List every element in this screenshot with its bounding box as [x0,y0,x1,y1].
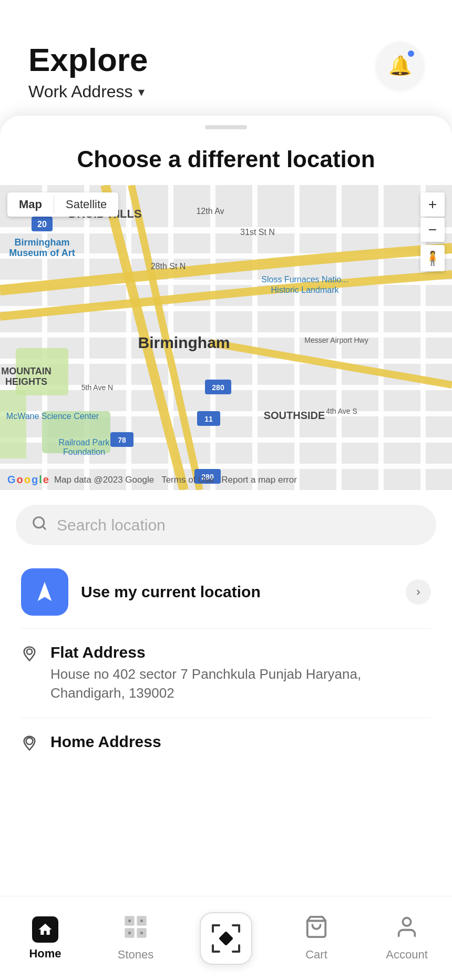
svg-line-53 [43,526,45,529]
svg-rect-10 [0,464,452,469]
svg-text:28th St N: 28th St N [151,262,186,271]
svg-rect-1 [0,227,452,233]
nav-item-home[interactable]: Home [0,911,90,966]
zoom-out-button[interactable]: − [420,218,445,242]
home-address-item[interactable]: Home Address [0,718,452,773]
svg-text:HEIGHTS: HEIGHTS [5,376,47,387]
home-icon [32,916,58,943]
flat-address-title: Flat Address [50,644,431,661]
sheet-title: Choose a different location [0,129,452,185]
svg-rect-17 [294,185,300,490]
current-location-label: Use my current location [81,583,393,601]
pin-icon-flat [21,646,38,669]
header-left: Explore Work Address ▾ [28,42,148,101]
map-report-link[interactable]: Report a map error [221,475,297,485]
svg-point-66 [403,918,410,926]
page-title: Explore [28,42,148,78]
location-icon-button [21,568,68,616]
svg-rect-19 [378,185,384,490]
map-footer: Google Map data @2023 Google Terms of Us… [7,474,445,486]
home-address-info: Home Address [50,733,161,751]
bottom-sheet: Choose a different location [0,116,452,980]
street-view-button[interactable]: 🧍 [420,245,445,271]
svg-text:4th Ave S: 4th Ave S [326,407,357,415]
notification-dot [407,49,415,58]
map-terms-link[interactable]: Terms of Use [161,475,214,485]
svg-text:SOUTHSIDE: SOUTHSIDE [264,410,325,421]
nav-item-stones[interactable]: Stones [90,910,181,967]
nav-item-scan[interactable] [181,907,271,970]
svg-text:12th Av: 12th Av [196,207,224,216]
svg-point-54 [27,649,32,654]
pin-icon-home [21,735,38,758]
svg-rect-64 [219,931,233,945]
svg-text:20: 20 [37,220,47,229]
zoom-in-button[interactable]: + [420,192,445,217]
address-label: Work Address [28,82,133,101]
svg-rect-61 [140,920,143,922]
svg-text:5th Ave N: 5th Ave N [81,383,113,392]
zoom-controls: + − 🧍 [420,192,445,271]
flat-address-detail: House no 402 sector 7 Panchkula Punjab H… [50,665,431,703]
scan-icon [208,920,244,957]
search-bar[interactable]: Search location [16,505,436,545]
flat-address-item[interactable]: Flat Address House no 402 sector 7 Panch… [0,629,452,718]
navigation-icon [33,580,57,604]
cart-icon [304,915,328,944]
current-location-item[interactable]: Use my current location › [0,556,452,628]
drag-handle[interactable] [205,125,247,129]
svg-point-55 [26,738,33,744]
map-footer-links: Map data @2023 Google Terms of Use Repor… [54,475,297,485]
home-address-title: Home Address [50,733,161,751]
search-container: Search location [16,505,436,545]
svg-text:Birmingham: Birmingham [14,237,69,248]
map-svg: 20 280 280 11 78 Birmingham Museum of Ar… [0,185,452,490]
notification-button[interactable]: 🔔 [376,42,424,89]
svg-text:Foundation: Foundation [63,447,105,456]
svg-text:Historic Landmark: Historic Landmark [271,285,340,294]
map-tab-satellite[interactable]: Satellite [54,192,118,217]
svg-text:280: 280 [212,383,224,392]
svg-rect-60 [128,920,131,922]
address-selector[interactable]: Work Address ▾ [28,82,148,101]
svg-rect-33 [0,390,26,458]
chevron-right-icon: › [406,579,431,605]
bottom-nav: Home Stones [0,896,452,980]
svg-text:31st St N: 31st St N [240,228,275,237]
nav-item-account[interactable]: Account [362,910,452,967]
svg-text:Museum of Art: Museum of Art [9,248,75,258]
svg-text:MOUNTAIN: MOUNTAIN [1,366,52,376]
nav-label-account: Account [386,948,428,962]
svg-text:McWane Science Center: McWane Science Center [6,412,99,421]
nav-label-stones: Stones [118,948,154,962]
map-tab-map[interactable]: Map [7,192,54,217]
search-icon [32,515,47,535]
svg-rect-63 [140,932,143,934]
person-icon: 🧍 [424,250,441,267]
header: Explore Work Address ▾ 🔔 [0,0,452,112]
svg-text:Messer Airport Hwy: Messer Airport Hwy [304,336,368,344]
map-data-label: Map data @2023 Google [54,475,154,485]
svg-text:Railroad Park: Railroad Park [59,438,110,447]
search-placeholder-text: Search location [57,516,166,534]
nav-label-home: Home [29,947,61,961]
stones-icon [124,915,148,944]
svg-rect-62 [128,932,131,934]
flat-address-info: Flat Address House no 402 sector 7 Panch… [50,644,431,703]
svg-text:Birmingham: Birmingham [138,334,230,351]
svg-text:11: 11 [204,415,213,423]
google-logo: Google [7,474,49,486]
account-icon [395,915,419,944]
scan-button[interactable] [200,912,252,965]
nav-label-cart: Cart [305,948,327,962]
nav-item-cart[interactable]: Cart [271,910,362,967]
map-container[interactable]: 20 280 280 11 78 Birmingham Museum of Ar… [0,185,452,490]
svg-text:78: 78 [118,436,126,444]
chevron-down-icon: ▾ [138,85,145,99]
svg-text:Sloss Furnaces Natio...: Sloss Furnaces Natio... [261,275,348,284]
map-type-selector: Map Satellite [7,192,118,217]
bell-icon: 🔔 [388,55,412,77]
